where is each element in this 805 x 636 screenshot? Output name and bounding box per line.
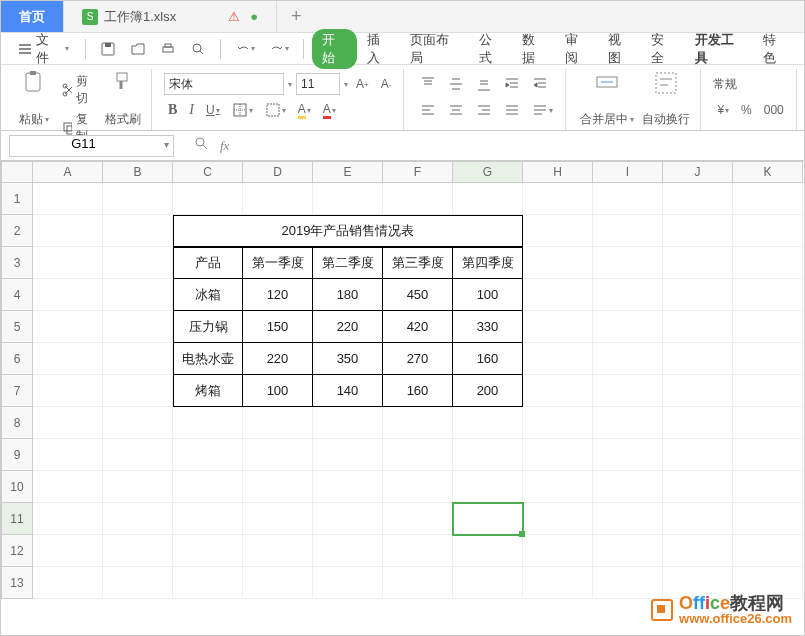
cell-K10[interactable] xyxy=(733,471,803,503)
cell-K8[interactable] xyxy=(733,407,803,439)
cell-E9[interactable] xyxy=(313,439,383,471)
cell-K6[interactable] xyxy=(733,343,803,375)
cell-E3[interactable]: 第二季度 xyxy=(313,247,383,279)
font-color-button[interactable]: A▾ xyxy=(319,102,340,119)
row-header-13[interactable]: 13 xyxy=(1,567,33,599)
col-header-J[interactable]: J xyxy=(663,161,733,183)
cell-D8[interactable] xyxy=(243,407,313,439)
cell-H8[interactable] xyxy=(523,407,593,439)
cell-D13[interactable] xyxy=(243,567,313,599)
col-header-A[interactable]: A xyxy=(33,161,103,183)
file-tab[interactable]: S 工作簿1.xlsx ⚠ ● xyxy=(64,1,277,32)
cell-C6[interactable]: 电热水壶 xyxy=(173,343,243,375)
tab-devtools[interactable]: 开发工具 xyxy=(687,31,753,67)
cell-H9[interactable] xyxy=(523,439,593,471)
format-painter-button[interactable]: 格式刷 xyxy=(101,69,145,130)
col-header-E[interactable]: E xyxy=(313,161,383,183)
cell-F7[interactable]: 160 xyxy=(383,375,453,407)
align-center-button[interactable] xyxy=(444,102,468,118)
tab-special[interactable]: 特色 xyxy=(755,31,796,67)
cell-H2[interactable] xyxy=(523,215,593,247)
cell-E7[interactable]: 140 xyxy=(313,375,383,407)
cell-G2[interactable] xyxy=(453,215,523,247)
cell-K12[interactable] xyxy=(733,535,803,567)
merge-button[interactable]: 合并居中▾ xyxy=(576,69,638,130)
number-format-select[interactable]: 常规 xyxy=(713,76,737,93)
cell-E2[interactable]: 2019年产品销售情况表 xyxy=(313,215,383,247)
cell-H13[interactable] xyxy=(523,567,593,599)
align-top-button[interactable] xyxy=(416,76,440,92)
cell-G10[interactable] xyxy=(453,471,523,503)
cell-C3[interactable]: 产品 xyxy=(173,247,243,279)
cell-A11[interactable] xyxy=(33,503,103,535)
cell-I11[interactable] xyxy=(593,503,663,535)
cell-F3[interactable]: 第三季度 xyxy=(383,247,453,279)
cell-A4[interactable] xyxy=(33,279,103,311)
cell-A7[interactable] xyxy=(33,375,103,407)
cell-D10[interactable] xyxy=(243,471,313,503)
currency-button[interactable]: ¥▾ xyxy=(713,103,733,117)
cell-G9[interactable] xyxy=(453,439,523,471)
cell-A12[interactable] xyxy=(33,535,103,567)
cell-E13[interactable] xyxy=(313,567,383,599)
underline-button[interactable]: U▾ xyxy=(202,103,224,117)
cell-F8[interactable] xyxy=(383,407,453,439)
cell-C7[interactable]: 烤箱 xyxy=(173,375,243,407)
font-name-select[interactable] xyxy=(164,73,284,95)
cell-H4[interactable] xyxy=(523,279,593,311)
cell-J12[interactable] xyxy=(663,535,733,567)
col-header-G[interactable]: G xyxy=(453,161,523,183)
indent-increase-button[interactable] xyxy=(528,76,552,92)
cell-F12[interactable] xyxy=(383,535,453,567)
cell-E4[interactable]: 180 xyxy=(313,279,383,311)
row-header-7[interactable]: 7 xyxy=(1,375,33,407)
cell-E10[interactable] xyxy=(313,471,383,503)
cell-I4[interactable] xyxy=(593,279,663,311)
tab-start[interactable]: 开始 xyxy=(312,29,357,69)
border-button[interactable]: ▾ xyxy=(228,102,257,118)
cell-C10[interactable] xyxy=(173,471,243,503)
align-bottom-button[interactable] xyxy=(472,76,496,92)
file-menu[interactable]: 文件▾ xyxy=(9,31,77,67)
cell-H5[interactable] xyxy=(523,311,593,343)
cell-J1[interactable] xyxy=(663,183,733,215)
undo-button[interactable]: ▾ xyxy=(229,41,261,57)
row-header-6[interactable]: 6 xyxy=(1,343,33,375)
row-header-5[interactable]: 5 xyxy=(1,311,33,343)
cell-D4[interactable]: 120 xyxy=(243,279,313,311)
cell-I9[interactable] xyxy=(593,439,663,471)
cell-F2[interactable] xyxy=(383,215,453,247)
tab-security[interactable]: 安全 xyxy=(643,31,684,67)
fx-icon[interactable]: fx xyxy=(220,138,229,154)
cell-D12[interactable] xyxy=(243,535,313,567)
cell-J10[interactable] xyxy=(663,471,733,503)
cell-C8[interactable] xyxy=(173,407,243,439)
tab-view[interactable]: 视图 xyxy=(600,31,641,67)
cell-D9[interactable] xyxy=(243,439,313,471)
cell-E5[interactable]: 220 xyxy=(313,311,383,343)
col-header-H[interactable]: H xyxy=(523,161,593,183)
cell-A2[interactable] xyxy=(33,215,103,247)
justify-button[interactable] xyxy=(500,102,524,118)
cell-G3[interactable]: 第四季度 xyxy=(453,247,523,279)
cell-G13[interactable] xyxy=(453,567,523,599)
name-box[interactable]: G11▾ xyxy=(9,135,174,157)
spreadsheet-grid[interactable]: ABCDEFGHIJK 122019年产品销售情况表3产品第一季度第二季度第三季… xyxy=(1,161,804,599)
save-button[interactable] xyxy=(94,41,122,57)
select-all-corner[interactable] xyxy=(1,161,33,183)
col-header-K[interactable]: K xyxy=(733,161,803,183)
cell-B4[interactable] xyxy=(103,279,173,311)
cell-F10[interactable] xyxy=(383,471,453,503)
cell-H10[interactable] xyxy=(523,471,593,503)
cell-A6[interactable] xyxy=(33,343,103,375)
cell-E6[interactable]: 350 xyxy=(313,343,383,375)
cell-J2[interactable] xyxy=(663,215,733,247)
cell-C4[interactable]: 冰箱 xyxy=(173,279,243,311)
cell-H12[interactable] xyxy=(523,535,593,567)
print-button[interactable] xyxy=(154,41,182,57)
col-header-C[interactable]: C xyxy=(173,161,243,183)
cell-I5[interactable] xyxy=(593,311,663,343)
cell-A3[interactable] xyxy=(33,247,103,279)
cell-F1[interactable] xyxy=(383,183,453,215)
highlight-button[interactable]: A▾ xyxy=(294,102,315,119)
